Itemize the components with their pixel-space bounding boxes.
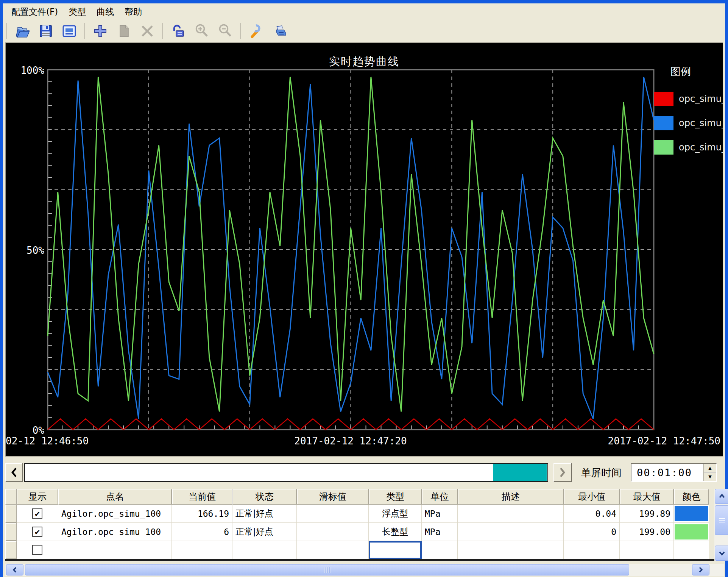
print-button[interactable] [270,22,290,41]
scroll-right-button[interactable] [692,564,709,575]
horizontal-scroll-thumb[interactable] [25,564,629,575]
time-range-trough[interactable] [24,463,548,482]
status-cell[interactable]: 正常|好点 [232,505,297,523]
add-button[interactable] [90,22,110,41]
color-cell[interactable] [674,523,709,541]
open-button[interactable] [12,22,32,41]
point-cell[interactable]: Agilor.opc_simu_100 [58,523,172,541]
chevron-right-icon [558,467,567,478]
chevron-right-icon [698,566,703,573]
desc-cell[interactable] [458,541,564,559]
row-indicator[interactable] [5,505,17,523]
slider-cell[interactable] [297,541,369,559]
scroll-back-button[interactable] [5,463,23,482]
toolbar-separator [6,23,7,39]
app-window: { "menu": { "items": [ { "id": "profile"… [0,0,728,577]
menu-item-help[interactable]: 帮助 [119,5,147,19]
x-axis-label-start: 02-12 12:46:50 [6,435,89,447]
column-header-2: 当前值 [172,489,232,505]
chevron-down-icon [719,550,725,556]
screen-time-value[interactable]: 00:01:00 [631,464,703,481]
column-header-8: 最小值 [564,489,620,505]
toolbar-separator [162,23,163,39]
time-range-position-indicator[interactable] [493,464,547,481]
visible-cell: ✔ [17,505,58,523]
column-header-5: 类型 [369,489,422,505]
color-cell[interactable] [674,505,709,523]
x-axis-label-mid: 2017-02-12 12:47:20 [294,435,407,447]
trend-chart-panel: 实时趋势曲线 100% 50% 0% 02-12 12:46:50 2017-0… [5,42,723,457]
type-cell[interactable]: 长整型 [369,523,422,541]
menu-bar: 配置文件(F)类型曲线帮助 [3,3,725,20]
column-header-7: 描述 [458,489,564,505]
row-indicator[interactable] [5,523,17,541]
trend-plot [6,43,723,457]
paste-button [114,22,134,41]
column-header-10: 颜色 [674,489,709,505]
unit-cell[interactable]: MPa [422,523,458,541]
row-indicator[interactable] [5,541,17,559]
points-table: 显示点名当前值状态滑标值类型单位描述最小值最大值颜色✔Agilor.opc_si… [5,489,724,561]
legend-swatch-1 [654,116,673,130]
point-cell[interactable]: Agilor.opc_simu_100 [58,505,172,523]
toolbar-separator [84,23,85,39]
legend-title: 图例 [670,65,691,78]
menu-item-profile[interactable]: 配置文件(F) [6,5,63,19]
window-border-top [0,0,728,3]
chart-title: 实时趋势曲线 [6,54,723,69]
max-cell[interactable]: 199.89 [620,505,674,523]
export-button[interactable] [59,22,79,41]
legend-entry-2: opc_simu_ [654,140,723,155]
min-cell[interactable]: 0 [564,523,620,541]
delete-button [137,22,157,41]
row-color-swatch [675,506,708,521]
visible-checkbox[interactable]: ✔ [32,527,42,537]
export-icon [61,23,77,39]
screen-time-label: 单屏时间 [581,466,622,480]
legend-entry-label: opc_simu_ [679,118,723,128]
unit-cell[interactable] [422,541,458,559]
spin-down-button[interactable]: ▼ [704,472,716,481]
menu-item-type[interactable]: 类型 [63,5,91,19]
desc-cell[interactable] [458,505,564,523]
current-cell[interactable]: 6 [172,523,232,541]
point-cell[interactable] [58,541,172,559]
status-cell[interactable] [232,541,297,559]
y-axis-label-0: 0% [6,425,44,436]
unlock-button[interactable] [168,22,188,41]
type-cell[interactable]: 浮点型 [369,505,422,523]
max-cell[interactable] [620,541,674,559]
type-cell[interactable] [369,541,422,559]
min-cell[interactable] [564,541,620,559]
spin-up-button[interactable]: ▲ [704,464,716,472]
x-axis-label-end: 2017-02-12 12:47:50 [608,435,720,447]
desc-cell[interactable] [458,523,564,541]
max-cell[interactable]: 199.00 [620,523,674,541]
current-cell[interactable] [172,541,232,559]
table-horizontal-scrollbar[interactable] [5,564,724,576]
current-cell[interactable]: 166.19 [172,505,232,523]
save-button[interactable] [36,22,56,41]
color-cell[interactable] [674,541,709,559]
scroll-up-button[interactable] [715,489,728,504]
scroll-down-button[interactable] [715,546,728,561]
table-row [5,541,724,559]
screen-time-spinbox[interactable]: 00:01:00 ▲ ▼ [631,463,717,482]
column-header-4: 滑标值 [297,489,369,505]
visible-checkbox[interactable]: ✔ [32,508,42,519]
status-cell[interactable]: 正常|好点 [232,523,297,541]
table-row: ✔Agilor.opc_simu_100166.19正常|好点浮点型MPa0.0… [5,505,724,523]
slider-cell[interactable] [297,505,369,523]
table-vertical-scrollbar[interactable] [714,489,728,561]
settings-button[interactable] [246,22,266,41]
menu-item-curve[interactable]: 曲线 [91,5,119,19]
scroll-left-button[interactable] [6,564,23,575]
min-cell[interactable]: 0.04 [564,505,620,523]
slider-cell[interactable] [297,523,369,541]
vertical-scroll-thumb[interactable] [715,505,728,535]
unit-cell[interactable]: MPa [422,505,458,523]
visible-checkbox[interactable] [32,545,42,555]
scroll-forward-button[interactable] [553,463,572,482]
legend-swatch-0 [654,92,673,106]
print-icon [272,23,288,39]
